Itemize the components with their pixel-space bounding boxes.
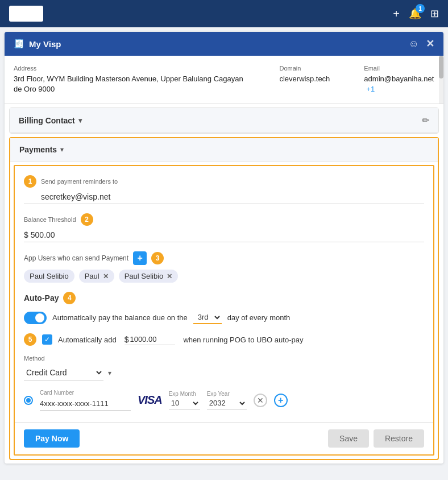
autopay-toggle[interactable] <box>24 312 47 324</box>
currency-symbol: $ <box>24 230 28 239</box>
logo-area <box>9 6 43 22</box>
balance-threshold-input[interactable] <box>31 230 88 239</box>
autopay-text-2: day of every month <box>227 313 291 322</box>
step-1-badge: 1 <box>24 175 36 188</box>
billing-contact-title: Billing Contact ▾ <box>19 116 82 125</box>
exp-month-select[interactable]: 10 01 02 03 04 05 06 07 08 09 11 12 <box>169 397 200 409</box>
method-select[interactable]: Credit Card ACH / eCheck PayPal <box>24 365 103 380</box>
autopay-toggle-row: Automatically pay the balance due on the… <box>24 311 424 324</box>
card-radio-inner <box>26 398 31 403</box>
auto-add-currency: $ <box>125 335 129 344</box>
panel-header: 🧾 My Visp ☺ ✕ <box>5 32 443 56</box>
restore-button[interactable]: Restore <box>374 429 424 448</box>
auto-add-text-1: Automatically add <box>58 336 117 344</box>
method-select-row: Credit Card ACH / eCheck PayPal ▾ <box>24 365 424 380</box>
card-number-group: Card Number <box>40 390 131 411</box>
panel-header-right: ☺ ✕ <box>409 38 434 50</box>
app-users-label: App Users who can send Payment <box>24 254 128 262</box>
exp-year-group: Exp Year 2032 2024 2025 2026 2027 2028 2… <box>207 391 247 409</box>
billing-contact-section: Billing Contact ▾ ✏ <box>9 107 439 134</box>
payments-title: Payments <box>19 145 57 154</box>
autopay-group: Auto-Pay 4 Automatically pay the balance… <box>24 292 424 324</box>
send-reminders-label: Send payment reminders to <box>41 178 118 185</box>
billing-contact-header[interactable]: Billing Contact ▾ ✏ <box>10 108 438 133</box>
scrollbar-thumb[interactable] <box>439 56 443 78</box>
auto-add-text-2: when running POG to UBO auto-pay <box>183 336 303 344</box>
grid-icon[interactable]: ⊞ <box>430 7 439 20</box>
add-user-button[interactable]: + <box>133 251 147 265</box>
scrollbar-track <box>439 56 443 104</box>
notification-badge: 1 <box>416 4 425 13</box>
method-dropdown-arrow: ▾ <box>108 369 111 377</box>
step-3-badge: 3 <box>151 252 164 264</box>
app-users-group: App Users who can send Payment + 3 Paul … <box>24 251 424 283</box>
close-icon[interactable]: ✕ <box>426 38 434 50</box>
exp-year-select[interactable]: 2032 2024 2025 2026 2027 2028 2029 2030 … <box>207 397 247 409</box>
app-users-row: App Users who can send Payment + 3 <box>24 251 424 265</box>
method-section: Method Credit Card ACH / eCheck PayPal ▾ <box>24 355 424 380</box>
bottom-right-buttons: Save Restore <box>328 429 424 448</box>
payments-header[interactable]: Payments ▾ <box>10 138 438 162</box>
info-section: Address 3rd Floor, WYM Building Masterso… <box>5 56 443 104</box>
auto-add-row: 5 Automatically add $ when running POG t… <box>24 333 424 346</box>
main-panel: 🧾 My Visp ☺ ✕ Address 3rd Floor, WYM Bui… <box>5 32 443 464</box>
send-reminders-input[interactable] <box>24 190 424 204</box>
email-value: admin@bayaniha.net +1 <box>364 74 434 94</box>
step-2-badge: 2 <box>81 213 93 226</box>
email-label: Email <box>364 65 434 72</box>
auto-add-amount: $ <box>125 334 176 345</box>
auto-add-checkbox[interactable] <box>42 334 52 345</box>
email-extra[interactable]: +1 <box>366 85 375 93</box>
tag-paul-close[interactable]: ✕ <box>103 272 109 280</box>
step-4-badge: 4 <box>63 292 76 304</box>
card-number-label: Card Number <box>40 390 131 396</box>
exp-month-label: Exp Month <box>169 391 200 397</box>
panel-title: My Visp <box>29 39 61 49</box>
auto-add-input[interactable] <box>130 334 175 345</box>
panel-header-left: 🧾 My Visp <box>14 39 61 49</box>
card-details-row: Card Number VISA Exp Month 10 01 02 03 0… <box>24 390 424 411</box>
top-bar: + 🔔 1 ⊞ <box>0 0 448 27</box>
exp-month-group: Exp Month 10 01 02 03 04 05 06 07 08 09 … <box>169 391 200 409</box>
plus-icon[interactable]: + <box>393 7 400 20</box>
autopay-day-select[interactable]: 3rd 1st 2nd 4th 5th <box>193 311 222 324</box>
smiley-icon[interactable]: ☺ <box>409 38 419 50</box>
balance-threshold-label: Balance Threshold <box>24 216 76 223</box>
bottom-bar: Pay Now Save Restore <box>15 422 433 454</box>
pay-now-button[interactable]: Pay Now <box>24 429 80 448</box>
address-value: 3rd Floor, WYM Building Masterson Avenue… <box>14 74 245 94</box>
user-tags-row: Paul Selibio Paul ✕ Paul Selibio ✕ <box>24 270 424 283</box>
add-card-button[interactable]: + <box>274 394 288 407</box>
address-group: Address 3rd Floor, WYM Building Masterso… <box>14 65 245 94</box>
card-number-input[interactable] <box>40 397 131 411</box>
payments-arrow: ▾ <box>60 146 64 154</box>
domain-group: Domain cleverwisp.tech <box>279 65 330 94</box>
balance-threshold-group: Balance Threshold 2 $ <box>24 213 424 242</box>
tag-paul: Paul ✕ <box>79 270 114 283</box>
auto-add-group: 5 Automatically add $ when running POG t… <box>24 333 424 346</box>
method-label: Method <box>24 355 424 362</box>
tag-paul-selibio-2: Paul Selibio ✕ <box>119 270 179 283</box>
notification-icon[interactable]: 🔔 1 <box>409 7 421 20</box>
billing-contact-arrow: ▾ <box>78 117 82 125</box>
autopay-title: Auto-Pay <box>24 293 59 303</box>
step-5-badge: 5 <box>24 333 36 346</box>
save-button[interactable]: Save <box>328 429 369 448</box>
email-group: Email admin@bayaniha.net +1 <box>364 65 434 94</box>
remove-card-button[interactable]: ✕ <box>254 394 267 407</box>
visa-logo: VISA <box>138 394 162 407</box>
exp-year-label: Exp Year <box>207 391 247 397</box>
payments-body: 1 Send payment reminders to Balance Thre… <box>14 165 434 456</box>
domain-label: Domain <box>279 65 330 72</box>
autopay-text-1: Automatically pay the balance due on the <box>52 313 188 322</box>
payments-wrapper: Payments ▾ 1 Send payment reminders to B… <box>9 137 439 460</box>
card-radio[interactable] <box>24 396 33 405</box>
billing-contact-edit-icon[interactable]: ✏ <box>422 115 429 126</box>
tag-paul-selibio-1: Paul Selibio <box>24 270 74 283</box>
panel-header-icon: 🧾 <box>14 39 24 49</box>
tag-paul-selibio-2-close[interactable]: ✕ <box>167 272 172 280</box>
send-reminders-group: 1 Send payment reminders to <box>24 175 424 204</box>
domain-value: cleverwisp.tech <box>279 74 330 84</box>
balance-threshold-amount: $ <box>24 228 424 242</box>
address-label: Address <box>14 65 245 72</box>
